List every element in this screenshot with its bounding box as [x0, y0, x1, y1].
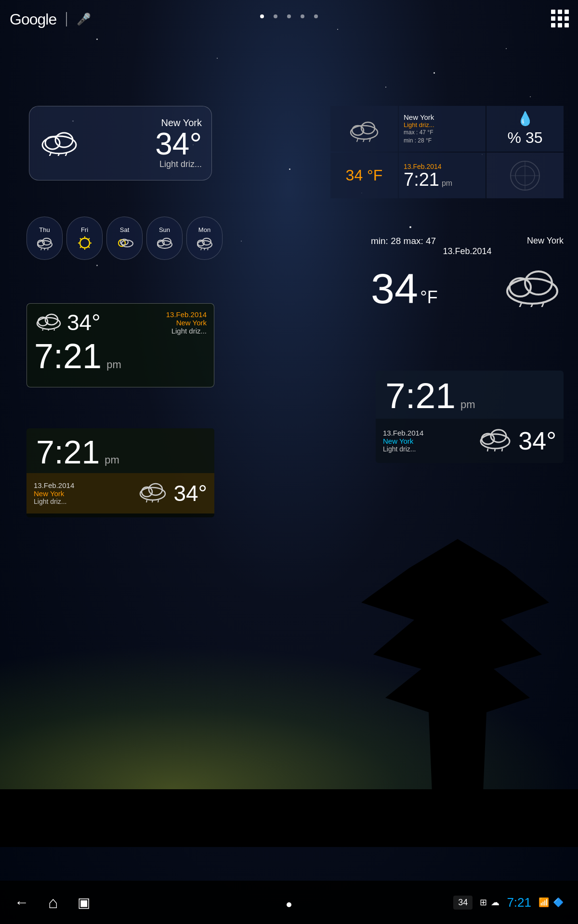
wcr-bottom: 13.Feb.2014 New York Light driz... 34° — [376, 419, 564, 463]
wcw-desc: Light driz... — [166, 327, 207, 335]
wcs-cloud-icon — [137, 478, 169, 509]
wir-city: New York — [527, 236, 564, 246]
compound-humidity: % 35 — [508, 129, 543, 147]
svg-point-43 — [507, 279, 557, 304]
svg-line-54 — [54, 329, 54, 331]
forecast-day-fri[interactable]: Fri — [66, 217, 103, 260]
top-bar: Google 🎤 — [0, 0, 578, 38]
svg-point-55 — [140, 488, 165, 500]
wcw-time: 7:21 — [34, 339, 102, 373]
widget-clock-weather[interactable]: 34° 13.Feb.2014 New York Light driz... 7… — [26, 303, 214, 387]
svg-line-40 — [201, 248, 201, 250]
wcr-desc: Light driz... — [383, 445, 473, 453]
wir-temp-row: 34 °F — [371, 261, 564, 316]
svg-line-48 — [542, 304, 543, 307]
forecast-day-sun[interactable]: Sun — [146, 217, 183, 260]
forecast-day-mon[interactable]: Mon — [186, 217, 223, 260]
forecast-thu-label: Thu — [39, 226, 50, 233]
wcr-temp: 34° — [518, 426, 556, 455]
nav-bar: ← ⌂ ▣ 34 ⊞ ☁ 7:21 📶 🔷 — [0, 881, 578, 924]
wcs-city: New York — [34, 489, 132, 498]
wcs-temp: 34° — [173, 480, 207, 506]
page-dots — [260, 14, 318, 18]
large-weather-desc: Light driz... — [85, 159, 202, 169]
wir-temp: 34 °F — [371, 264, 438, 313]
wcs-time: 7:21 — [36, 436, 100, 468]
wcw-ampm: pm — [106, 359, 121, 371]
forecast-fri-label: Fri — [81, 226, 88, 233]
forecast-mon-label: Mon — [198, 226, 210, 233]
compound-max: max : 47 °F — [404, 128, 433, 137]
home-button[interactable]: ⌂ — [48, 893, 58, 912]
wcs-ampm: pm — [105, 454, 119, 466]
compound-time: 7:21 — [404, 170, 439, 189]
mic-icon[interactable]: 🎤 — [77, 13, 91, 26]
widget-large-weather[interactable]: New York 34° Light driz... — [29, 106, 212, 180]
nav-cloud-status-icon: ☁ — [491, 897, 499, 908]
back-button[interactable]: ← — [14, 894, 29, 911]
svg-line-19 — [41, 248, 41, 250]
page-dot-2[interactable] — [274, 14, 277, 18]
wcs-desc: Light driz... — [34, 498, 132, 505]
page-dot-1[interactable] — [260, 14, 264, 18]
wcr-date: 13.Feb.2014 — [383, 429, 473, 437]
forecast-day-thu[interactable]: Thu — [26, 217, 63, 260]
svg-line-46 — [520, 304, 521, 307]
compound-min: min : 28 °F — [404, 137, 432, 145]
svg-line-58 — [146, 500, 147, 502]
wcr-cloud-icon — [477, 424, 513, 458]
widget-clock-right[interactable]: 7:21 pm 13.Feb.2014 New York Light driz.… — [376, 371, 564, 463]
large-weather-info: New York 34° Light driz... — [85, 117, 202, 169]
wcr-time: 7:21 — [385, 378, 456, 414]
svg-line-28 — [88, 246, 90, 248]
nav-bluetooth-icon: 🔷 — [553, 897, 564, 908]
svg-line-59 — [152, 500, 153, 502]
wcs-time-section: 7:21 pm — [26, 428, 214, 473]
google-divider — [66, 12, 67, 26]
wcw-right-info: 13.Feb.2014 New York Light driz... — [166, 310, 207, 335]
widget-forecast[interactable]: Thu Fri — [26, 217, 223, 260]
wir-header: min: 28 max: 47 New York — [371, 236, 564, 246]
wcr-info: 13.Feb.2014 New York Light driz... — [383, 429, 473, 453]
svg-line-3 — [50, 153, 51, 156]
large-weather-temp: 34° — [85, 128, 202, 159]
google-logo: Google 🎤 — [10, 11, 91, 28]
page-dot-5[interactable] — [314, 14, 318, 18]
compound-temp-orange: 34 °F — [346, 167, 383, 184]
page-dot-3[interactable] — [287, 14, 291, 18]
compound-desc: Light driz... — [404, 121, 434, 128]
widget-weather-info-right[interactable]: min: 28 max: 47 New York 13.Feb.2014 34 … — [371, 236, 564, 316]
wcw-time-row: 7:21 pm — [34, 339, 207, 373]
wcr-time-section: 7:21 pm — [376, 371, 564, 419]
svg-line-64 — [487, 449, 488, 451]
svg-line-41 — [204, 248, 205, 250]
forecast-day-sat[interactable]: Sat — [106, 217, 143, 260]
page-dot-4[interactable] — [301, 14, 304, 18]
compound-ampm: pm — [442, 179, 452, 188]
compound-cloud-cell — [330, 106, 398, 152]
wcr-ampm: pm — [460, 398, 475, 411]
compound-temp-cell: 34 °F — [330, 153, 398, 198]
svg-line-42 — [208, 248, 208, 250]
weather-cloud-icon — [39, 125, 80, 162]
nav-temp-badge: 34 — [453, 896, 473, 910]
svg-line-65 — [495, 449, 495, 451]
compound-humidity-cell: 💧 % 35 — [486, 106, 564, 152]
google-text: Google — [10, 11, 56, 28]
widget-compound-top-right[interactable]: New York Light driz... max : 47 °F min :… — [330, 106, 564, 198]
nav-left: ← ⌂ ▣ — [14, 893, 90, 912]
wcw-top-row: 34° 13.Feb.2014 New York Light driz... — [34, 308, 207, 336]
svg-line-29 — [88, 238, 90, 240]
svg-line-47 — [531, 305, 532, 307]
compound-info-cell: New York Light driz... max : 47 °F min :… — [399, 106, 486, 152]
recents-button[interactable]: ▣ — [78, 895, 90, 911]
svg-point-2 — [55, 133, 73, 147]
wir-cloud-icon — [501, 261, 564, 316]
svg-line-53 — [48, 329, 49, 331]
wcw-city: New York — [166, 319, 207, 327]
nav-home-dot — [287, 902, 291, 907]
compound-bg-cell — [486, 153, 564, 198]
apps-grid-button[interactable] — [551, 10, 568, 27]
widget-clock-small[interactable]: 7:21 pm 13.Feb.2014 New York Light driz.… — [26, 428, 214, 517]
forecast-sun-label: Sun — [159, 226, 170, 233]
